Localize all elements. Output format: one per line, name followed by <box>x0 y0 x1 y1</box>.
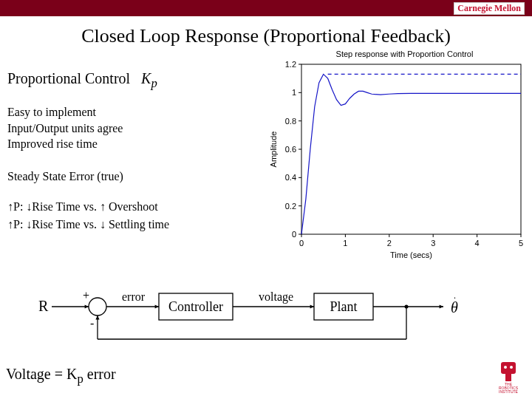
svg-text:5: 5 <box>519 239 523 248</box>
svg-text:0: 0 <box>299 239 304 248</box>
bullet-2: Input/Output units agree <box>7 120 259 137</box>
svg-rect-53 <box>505 374 511 381</box>
svg-point-32 <box>89 298 106 316</box>
subheading: Proportional Control Kp <box>7 70 259 91</box>
eq-post: error <box>83 366 116 382</box>
svg-text:INSTITUTE: INSTITUTE <box>499 389 518 394</box>
svg-text:0: 0 <box>292 230 296 239</box>
rel-1: ↑P: ↓Rise Time vs. ↑ Overshoot <box>7 198 259 216</box>
page-title: Closed Loop Response (Proportional Feedb… <box>0 25 532 47</box>
svg-text:1: 1 <box>292 88 296 97</box>
rel-2: ↑P: ↓Rise Time vs. ↓ Settling time <box>7 216 259 233</box>
svg-text:0.6: 0.6 <box>285 145 296 154</box>
svg-text:1.2: 1.2 <box>285 60 296 69</box>
sse: Steady State Error (true) <box>7 170 259 183</box>
svg-text:error: error <box>122 290 146 303</box>
svg-text:+: + <box>83 289 89 301</box>
kp-sub: p <box>151 76 157 90</box>
svg-rect-50 <box>501 362 516 374</box>
cm-logo: Carnegie Mellon <box>454 2 525 15</box>
svg-point-49 <box>405 305 409 309</box>
left-content: Proportional Control Kp Easy to implemen… <box>7 70 259 233</box>
svg-text:Step response with Proportion : Step response with Proportion Control <box>336 50 474 58</box>
svg-text:Time (secs): Time (secs) <box>390 250 432 259</box>
svg-text:3: 3 <box>431 239 435 248</box>
svg-text:4: 4 <box>475 239 480 248</box>
bullets: Easy to implement Input/Output units agr… <box>7 104 259 152</box>
svg-text:1: 1 <box>343 239 347 248</box>
block-diagram: R+-errorControllervoltagePlantθ· <box>30 284 502 351</box>
svg-text:0.2: 0.2 <box>285 202 296 211</box>
svg-text:Controller: Controller <box>168 299 223 314</box>
equation: Voltage = Kp error <box>6 366 116 386</box>
eq-sub: p <box>77 372 83 386</box>
svg-text:·: · <box>454 293 456 303</box>
subheading-label: Proportional Control <box>7 70 130 86</box>
svg-text:0.8: 0.8 <box>285 117 296 126</box>
bullet-3: Improved rise time <box>7 136 259 152</box>
relations: ↑P: ↓Rise Time vs. ↑ Overshoot ↑P: ↓Rise… <box>7 198 259 233</box>
kp-sym: K <box>141 70 151 86</box>
svg-point-52 <box>510 366 513 369</box>
response-chart: Step response with Proportion Control012… <box>266 48 528 262</box>
svg-text:R: R <box>38 298 49 314</box>
svg-text:Plant: Plant <box>330 299 357 314</box>
eq-pre: Voltage = K <box>6 366 77 382</box>
svg-text:2: 2 <box>387 239 392 248</box>
svg-text:-: - <box>90 317 94 330</box>
svg-text:Amplitude: Amplitude <box>269 132 278 168</box>
svg-rect-0 <box>301 64 521 234</box>
svg-point-51 <box>504 366 507 369</box>
bullet-1: Easy to implement <box>7 104 259 120</box>
robotics-logo: THE ROBOTICS INSTITUTE <box>491 362 526 395</box>
svg-text:voltage: voltage <box>259 290 293 304</box>
svg-text:0.4: 0.4 <box>285 173 296 182</box>
